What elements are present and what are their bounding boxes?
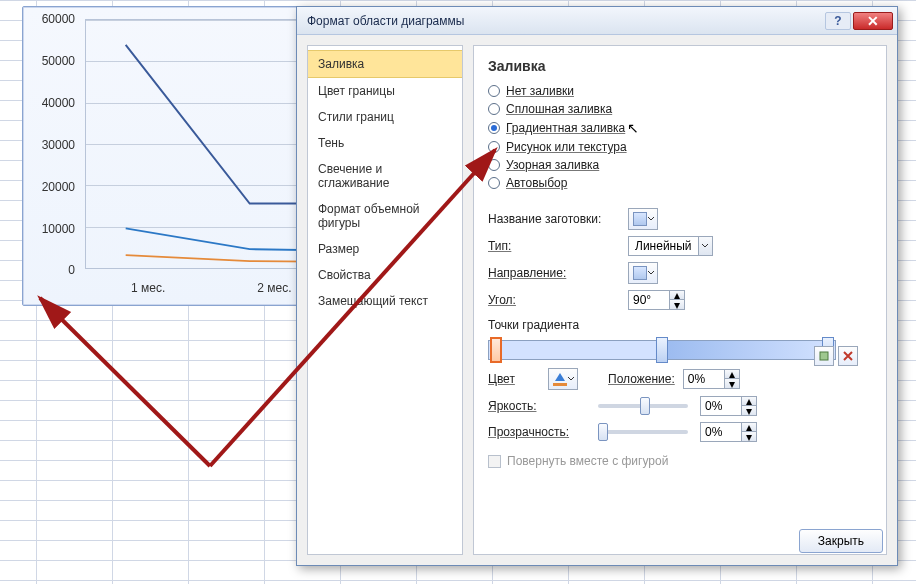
radio-no-fill[interactable]	[488, 85, 500, 97]
sidebar-item-size[interactable]: Размер	[308, 236, 462, 262]
category-sidebar: Заливка Цвет границы Стили границ Тень С…	[307, 45, 463, 555]
sidebar-item-shadow[interactable]: Тень	[308, 130, 462, 156]
radio-picture-fill[interactable]	[488, 141, 500, 153]
position-spinner[interactable]: 0%▴▾	[683, 369, 740, 389]
ytick: 20000	[23, 180, 81, 194]
preset-label: Название заготовки:	[488, 212, 628, 226]
radio-gradient-fill[interactable]	[488, 122, 500, 134]
rotate-with-shape-label: Повернуть вместе с фигурой	[507, 454, 668, 468]
add-stop-button[interactable]	[814, 346, 834, 366]
remove-stop-button[interactable]	[838, 346, 858, 366]
ytick: 30000	[23, 138, 81, 152]
cursor-icon: ↖	[627, 120, 639, 136]
svg-rect-3	[820, 352, 828, 360]
sidebar-item-fill[interactable]: Заливка	[308, 50, 462, 78]
help-button[interactable]: ?	[825, 12, 851, 30]
direction-label: Направление:	[488, 266, 628, 280]
format-chart-area-dialog: Формат области диаграммы ? ✕ Заливка Цве…	[296, 6, 898, 566]
ytick: 50000	[23, 54, 81, 68]
angle-label: Угол:	[488, 293, 628, 307]
sidebar-item-properties[interactable]: Свойства	[308, 262, 462, 288]
ytick: 60000	[23, 12, 81, 26]
direction-dropdown[interactable]	[628, 262, 658, 284]
position-label: Положение:	[608, 372, 675, 386]
brightness-slider[interactable]	[598, 396, 688, 416]
sidebar-item-border-color[interactable]: Цвет границы	[308, 78, 462, 104]
panel-heading: Заливка	[488, 58, 872, 74]
close-icon[interactable]: ✕	[853, 12, 893, 30]
type-dropdown[interactable]: Линейный	[628, 236, 713, 256]
ytick: 0	[23, 263, 81, 277]
main-panel: Заливка Нет заливки Сплошная заливка Гра…	[473, 45, 887, 555]
sidebar-item-3d-format[interactable]: Формат объемной фигуры	[308, 196, 462, 236]
angle-spinner[interactable]: 90°▴▾	[628, 290, 685, 310]
gradient-track[interactable]	[488, 340, 836, 360]
ytick: 40000	[23, 96, 81, 110]
brightness-spinner[interactable]: 0%▴▾	[700, 396, 757, 416]
color-label: Цвет	[488, 372, 548, 386]
titlebar[interactable]: Формат области диаграммы ? ✕	[297, 7, 897, 35]
color-dropdown[interactable]	[548, 368, 578, 390]
gradient-stop-2[interactable]	[656, 337, 668, 363]
radio-pattern-fill[interactable]	[488, 159, 500, 171]
radio-automatic[interactable]	[488, 177, 500, 189]
transparency-spinner[interactable]: 0%▴▾	[700, 422, 757, 442]
preset-dropdown[interactable]	[628, 208, 658, 230]
rotate-with-shape-checkbox	[488, 455, 501, 468]
brightness-label: Яркость:	[488, 399, 598, 413]
dialog-title: Формат области диаграммы	[307, 14, 823, 28]
radio-solid-fill[interactable]	[488, 103, 500, 115]
svg-rect-4	[553, 383, 567, 386]
sidebar-item-glow[interactable]: Свечение и сглаживание	[308, 156, 462, 196]
sidebar-item-alt-text[interactable]: Замещающий текст	[308, 288, 462, 314]
ytick: 10000	[23, 222, 81, 236]
close-button[interactable]: Закрыть	[799, 529, 883, 553]
transparency-slider[interactable]	[598, 422, 688, 442]
transparency-label: Прозрачность:	[488, 425, 598, 439]
gradient-stops-label: Точки градиента	[488, 318, 872, 332]
type-label: Тип:	[488, 239, 628, 253]
sidebar-item-border-styles[interactable]: Стили границ	[308, 104, 462, 130]
gradient-stop-1[interactable]	[490, 337, 502, 363]
